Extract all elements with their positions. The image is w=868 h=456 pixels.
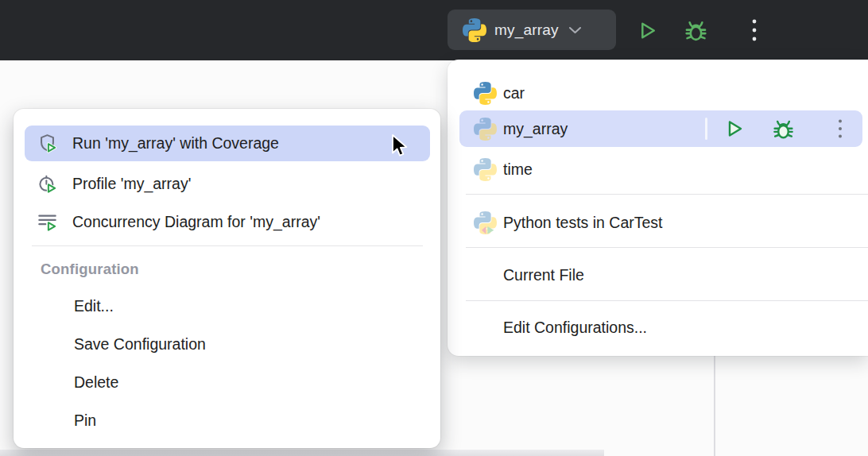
menu-separator bbox=[32, 245, 423, 246]
python-icon bbox=[474, 118, 497, 141]
row-run-button[interactable] bbox=[722, 116, 747, 141]
debug-icon bbox=[683, 17, 709, 44]
run-configurations-dropdown: car my_array bbox=[448, 60, 868, 356]
menu-item-edit[interactable]: Edit... bbox=[14, 288, 440, 323]
config-item-label: Python tests in CarTest bbox=[503, 214, 663, 232]
menu-item-label: Edit... bbox=[74, 297, 114, 315]
config-item-python-tests[interactable]: Python tests in CarTest bbox=[448, 208, 868, 237]
actions-divider bbox=[705, 118, 707, 140]
menu-item-delete[interactable]: Delete bbox=[14, 365, 440, 400]
config-item-time[interactable]: time bbox=[448, 155, 868, 184]
config-item-my-array[interactable]: my_array bbox=[448, 110, 868, 147]
menu-item-label: Run 'my_array' with Coverage bbox=[72, 134, 279, 153]
menu-item-save-configuration[interactable]: Save Configuration bbox=[14, 327, 440, 361]
menu-item-label: Concurrency Diagram for 'my_array' bbox=[72, 213, 320, 231]
run-icon bbox=[723, 117, 746, 141]
screen: my_array car my bbox=[0, 0, 868, 456]
run-with-coverage-icon bbox=[37, 133, 58, 154]
python-icon bbox=[474, 82, 497, 105]
more-actions-button[interactable] bbox=[741, 17, 768, 44]
run-button[interactable] bbox=[634, 17, 661, 44]
python-icon bbox=[463, 18, 486, 42]
config-item-label: Current File bbox=[503, 266, 584, 284]
python-tests-icon bbox=[474, 211, 497, 234]
debug-button[interactable] bbox=[682, 17, 709, 44]
menu-item-profile[interactable]: Profile 'my_array' bbox=[14, 166, 440, 201]
chevron-down-icon bbox=[568, 26, 582, 34]
main-toolbar: my_array bbox=[0, 0, 868, 60]
configuration-context-menu: Run 'my_array' with Coverage Profile 'my… bbox=[14, 109, 440, 448]
run-configuration-label: my_array bbox=[494, 21, 559, 39]
configuration-section-header: Configuration bbox=[41, 257, 139, 282]
run-configuration-selector[interactable]: my_array bbox=[448, 10, 616, 50]
menu-item-label: Pin bbox=[74, 412, 96, 430]
run-icon bbox=[635, 18, 660, 43]
config-item-label: my_array bbox=[503, 120, 568, 138]
python-icon bbox=[474, 158, 497, 181]
row-more-button[interactable] bbox=[827, 116, 853, 141]
menu-item-run-with-coverage[interactable]: Run 'my_array' with Coverage bbox=[14, 126, 440, 161]
debug-icon bbox=[771, 117, 796, 141]
menu-item-concurrency-diagram[interactable]: Concurrency Diagram for 'my_array' bbox=[14, 204, 440, 239]
menu-separator bbox=[466, 300, 868, 301]
menu-separator bbox=[466, 194, 868, 195]
bottom-window-edge bbox=[0, 450, 604, 456]
config-item-label: time bbox=[503, 160, 533, 179]
edit-configurations-item[interactable]: Edit Configurations... bbox=[448, 313, 868, 342]
editor-split-divider bbox=[714, 356, 715, 456]
config-item-label: Edit Configurations... bbox=[503, 319, 647, 337]
menu-separator bbox=[466, 247, 868, 248]
concurrency-diagram-icon bbox=[37, 211, 58, 233]
config-item-car[interactable]: car bbox=[448, 79, 868, 107]
menu-item-label: Save Configuration bbox=[74, 335, 206, 354]
row-debug-button[interactable] bbox=[770, 116, 796, 141]
config-item-label: car bbox=[503, 84, 525, 102]
menu-item-label: Profile 'my_array' bbox=[72, 175, 191, 193]
more-kebab-icon bbox=[751, 17, 758, 43]
menu-item-pin[interactable]: Pin bbox=[14, 403, 440, 438]
more-kebab-icon bbox=[838, 118, 843, 139]
profiler-icon bbox=[37, 173, 58, 195]
mouse-cursor bbox=[388, 133, 410, 160]
menu-item-label: Delete bbox=[74, 373, 118, 392]
config-item-current-file[interactable]: Current File bbox=[448, 261, 868, 289]
